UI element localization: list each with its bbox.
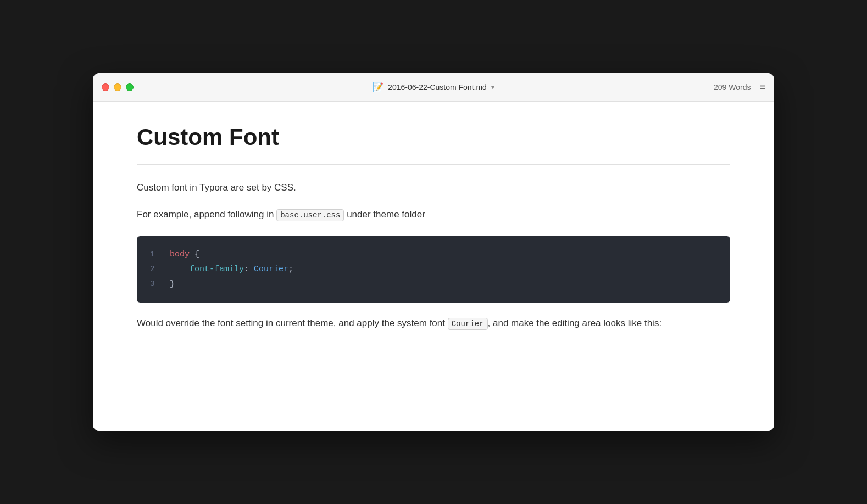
- document-heading: Custom Font: [137, 124, 730, 151]
- code-content-3: }: [170, 277, 175, 292]
- app-window: 📝 2016-06-22-Custom Font.md ▾ 209 Words …: [93, 73, 774, 431]
- word-count: 209 Words: [714, 83, 751, 92]
- minimize-button[interactable]: [114, 83, 121, 91]
- code-content-1: body {: [170, 247, 199, 262]
- code-semicolon: ;: [288, 265, 293, 274]
- code-colon: :: [244, 265, 254, 274]
- inline-code-courier: Courier: [448, 318, 488, 330]
- code-line-1: 1 body {: [150, 247, 717, 262]
- line-number-3: 3: [150, 277, 157, 291]
- outline-icon[interactable]: ≡: [759, 81, 765, 93]
- filename: 2016-06-22-Custom Font.md: [388, 83, 487, 92]
- code-line-3: 3 }: [150, 277, 717, 292]
- code-line-2: 2 font-family: Courier;: [150, 262, 717, 277]
- code-property-font-family: font-family: [190, 265, 244, 274]
- heading-divider: [137, 164, 730, 165]
- code-value-courier: Courier: [254, 265, 288, 274]
- document-content: Custom Font Custom font in Typora are se…: [93, 102, 774, 431]
- paragraph-2-text-before: For example, append following in: [137, 209, 276, 220]
- paragraph-3: Would override the font setting in curre…: [137, 316, 730, 332]
- code-brace-close: }: [170, 279, 175, 289]
- traffic-lights: [102, 83, 134, 91]
- code-block: 1 body { 2 font-family: Courier; 3 }: [137, 236, 730, 303]
- paragraph-3-text-before: Would override the font setting in curre…: [137, 318, 448, 328]
- code-content-2: font-family: Courier;: [170, 262, 293, 277]
- paragraph-2: For example, append following in base.us…: [137, 207, 730, 223]
- close-button[interactable]: [102, 83, 109, 91]
- inline-code-base-user-css: base.user.css: [276, 209, 344, 221]
- titlebar: 📝 2016-06-22-Custom Font.md ▾ 209 Words …: [93, 73, 774, 102]
- file-icon: 📝: [373, 82, 384, 92]
- line-number-2: 2: [150, 262, 157, 276]
- code-keyword-body: body: [170, 250, 190, 259]
- paragraph-1: Custom font in Typora are set by CSS.: [137, 180, 730, 196]
- paragraph-2-text-after: under theme folder: [344, 209, 425, 220]
- code-brace-open: {: [194, 250, 199, 259]
- titlebar-center: 📝 2016-06-22-Custom Font.md ▾: [373, 82, 494, 92]
- line-number-1: 1: [150, 248, 157, 261]
- paragraph-3-text-after: , and make the editing area looks like t…: [488, 318, 662, 328]
- titlebar-right: 209 Words ≡: [714, 81, 765, 93]
- chevron-down-icon[interactable]: ▾: [491, 83, 494, 91]
- maximize-button[interactable]: [126, 83, 134, 91]
